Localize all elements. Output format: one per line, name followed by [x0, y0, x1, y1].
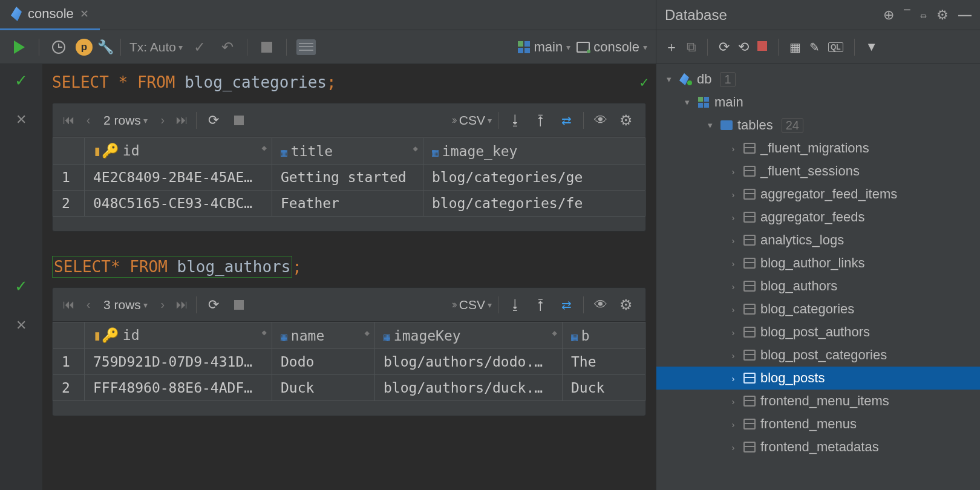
tree-node-schema[interactable]: ▾ main: [656, 91, 980, 114]
cell[interactable]: Feather: [272, 191, 423, 217]
tree-node-table[interactable]: ›frontend_menu_items: [656, 390, 980, 413]
stop-button[interactable]: [256, 36, 278, 58]
compare-icon[interactable]: ⇄: [555, 109, 577, 131]
cell[interactable]: blog/authors/duck.…: [375, 375, 563, 401]
filter-icon[interactable]: ▼: [866, 40, 878, 54]
run-button[interactable]: [8, 36, 30, 58]
compare-icon[interactable]: ⇄: [555, 294, 577, 316]
row-count-dropdown[interactable]: 3 rows▾: [100, 298, 151, 312]
view-icon[interactable]: 👁: [590, 294, 612, 316]
table-row[interactable]: 1 4E2C8409-2B4E-45AE… Getting started bl…: [53, 165, 645, 191]
cell[interactable]: Dodo: [272, 349, 375, 375]
close-icon[interactable]: ✕: [80, 7, 89, 21]
database-tree[interactable]: ▾ db 1 ▾ main ▾ tables 24 ›_fluent_migra…: [656, 64, 980, 490]
rollback-button[interactable]: ↶: [217, 36, 238, 58]
last-page-icon[interactable]: ⏭: [174, 113, 190, 127]
column-header[interactable]: ▦imageKey◆: [375, 322, 563, 349]
next-page-icon[interactable]: ›: [155, 298, 171, 312]
tree-node-table[interactable]: ›analytics_logs: [656, 229, 980, 252]
commit-button[interactable]: ✓: [189, 36, 211, 58]
export-format-dropdown[interactable]: CSV▾: [459, 298, 492, 312]
profile-badge-icon[interactable]: p: [76, 39, 93, 56]
tree-node-db[interactable]: ▾ db 1: [656, 68, 980, 91]
grid-icon[interactable]: ▦: [789, 40, 801, 54]
cell[interactable]: Getting started: [272, 165, 423, 191]
cell[interactable]: blog/authors/dodo.…: [375, 349, 563, 375]
tree-node-table[interactable]: ›_fluent_migrations: [656, 137, 980, 160]
row-count-dropdown[interactable]: 2 rows▾: [100, 113, 151, 128]
next-page-icon[interactable]: ›: [155, 113, 171, 127]
refresh-icon[interactable]: ⟳: [203, 294, 224, 316]
settings-icon[interactable]: ⚙: [615, 294, 637, 316]
tree-node-table[interactable]: ›aggregator_feed_items: [656, 183, 980, 206]
split-icon[interactable]: ⏛: [920, 8, 927, 21]
prev-page-icon[interactable]: ‹: [80, 113, 96, 127]
tree-node-table[interactable]: ›blog_post_categories: [656, 344, 980, 367]
cell[interactable]: FFF48960-88E6-4ADF…: [85, 375, 272, 401]
cell[interactable]: 759D921D-07D9-431D…: [85, 349, 272, 375]
cell[interactable]: Duck: [563, 375, 645, 401]
cell[interactable]: blog/categories/ge: [423, 165, 645, 191]
corner-cell[interactable]: [53, 322, 85, 349]
column-header[interactable]: ▦name◆: [272, 322, 375, 349]
tree-node-table[interactable]: ›blog_posts: [656, 367, 980, 390]
cell[interactable]: Duck: [272, 375, 375, 401]
expand-icon[interactable]: ››: [452, 114, 456, 126]
duplicate-icon[interactable]: ⧉: [687, 39, 696, 55]
console-dropdown[interactable]: console▾: [577, 39, 647, 55]
cell[interactable]: blog/categories/fe: [423, 191, 645, 217]
minimize-icon[interactable]: —: [958, 7, 972, 23]
gear-icon[interactable]: ⚙: [936, 7, 949, 23]
upload-icon[interactable]: ⭱: [530, 109, 552, 131]
tree-node-table[interactable]: ›blog_post_authors: [656, 321, 980, 344]
stop-icon[interactable]: [228, 109, 250, 131]
tree-node-table[interactable]: ›frontend_menus: [656, 413, 980, 436]
settings-icon[interactable]: ⚙: [615, 109, 637, 131]
view-icon[interactable]: 👁: [590, 109, 612, 131]
export-format-dropdown[interactable]: CSV▾: [459, 113, 492, 128]
ql-icon[interactable]: QL: [828, 42, 843, 52]
history-button[interactable]: [48, 36, 70, 58]
sync-icon[interactable]: ⟲: [738, 39, 749, 55]
tree-node-table[interactable]: ›_fluent_sessions: [656, 160, 980, 183]
download-icon[interactable]: ⭳: [505, 294, 526, 316]
prev-page-icon[interactable]: ‹: [80, 298, 96, 312]
edit-icon[interactable]: ✎: [809, 40, 820, 54]
upload-icon[interactable]: ⭱: [530, 294, 552, 316]
column-header[interactable]: ▦b: [563, 322, 645, 349]
table-row[interactable]: 2 FFF48960-88E6-4ADF… Duck blog/authors/…: [53, 375, 645, 401]
tree-node-table[interactable]: ›aggregator_feeds: [656, 206, 980, 229]
close-icon[interactable]: ✕: [16, 112, 27, 128]
stop-icon[interactable]: [757, 41, 767, 53]
cell[interactable]: 048C5165-CE93-4CBC…: [85, 191, 272, 217]
refresh-icon[interactable]: ⟳: [203, 109, 224, 131]
refresh-icon[interactable]: ⟳: [719, 39, 730, 55]
table-row[interactable]: 2 048C5165-CE93-4CBC… Feather blog/categ…: [53, 191, 645, 217]
column-header[interactable]: ▮🔑id◆: [85, 322, 272, 349]
column-header[interactable]: ▮🔑id◆: [85, 138, 272, 165]
sql-line-2[interactable]: SELECT* FROM blog_authors;: [42, 256, 656, 278]
tx-mode-dropdown[interactable]: Tx: Auto▾: [129, 40, 183, 54]
output-grid-button[interactable]: [295, 36, 317, 58]
cell[interactable]: 4E2C8409-2B4E-45AE…: [85, 165, 272, 191]
schema-dropdown[interactable]: main▾: [518, 39, 570, 55]
target-icon[interactable]: ⊕: [883, 7, 894, 23]
tree-node-table[interactable]: ›blog_categories: [656, 298, 980, 321]
tree-node-table[interactable]: ›frontend_metadatas: [656, 436, 980, 459]
wrench-icon[interactable]: 🔧: [99, 41, 112, 54]
expand-icon[interactable]: ››: [452, 298, 456, 311]
column-header[interactable]: ▦title◆: [272, 138, 423, 165]
tree-node-table[interactable]: ›blog_author_links: [656, 252, 980, 275]
add-icon[interactable]: ＋: [665, 38, 678, 56]
sql-line-1[interactable]: SELECT * FROM blog_categories; ✓: [42, 71, 656, 93]
tree-node-tables[interactable]: ▾ tables 24: [656, 114, 980, 137]
table-row[interactable]: 1 759D921D-07D9-431D… Dodo blog/authors/…: [53, 349, 645, 375]
corner-cell[interactable]: [53, 138, 85, 165]
stop-icon[interactable]: [228, 294, 250, 316]
tab-console[interactable]: console ✕: [0, 0, 100, 30]
download-icon[interactable]: ⭳: [505, 109, 526, 131]
first-page-icon[interactable]: ⏮: [61, 113, 77, 127]
tree-node-table[interactable]: ›blog_authors: [656, 275, 980, 298]
collapse-icon[interactable]: ⎺: [904, 8, 910, 21]
first-page-icon[interactable]: ⏮: [61, 298, 77, 312]
